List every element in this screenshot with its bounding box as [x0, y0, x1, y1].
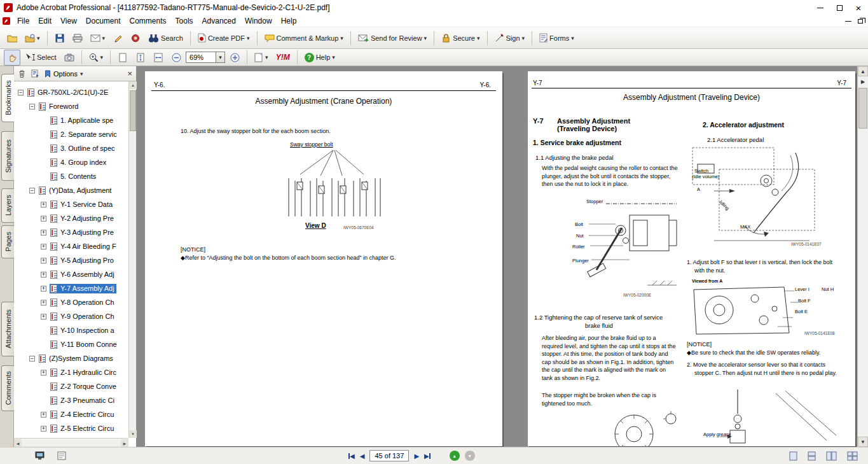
first-page-button[interactable]: ◀ — [348, 453, 355, 460]
bookmark-item[interactable]: 1. Applicable spe — [14, 113, 128, 127]
close-button[interactable]: × — [849, 0, 868, 15]
document-scrollbar[interactable]: ▲ ▶ ▼ — [857, 66, 868, 447]
menu-comments[interactable]: Comments — [125, 15, 171, 27]
collapse-icon[interactable]: − — [29, 104, 35, 109]
bookmark-item[interactable]: −(Y)Data, Adjustment — [14, 183, 128, 197]
bookmark-item[interactable]: +Y-1 Service Data — [14, 197, 128, 211]
last-page-button[interactable]: ▶ — [424, 453, 431, 460]
expand-icon[interactable]: + — [41, 412, 46, 418]
secure-button[interactable]: Secure▾ — [438, 30, 483, 46]
single-page-view-icon[interactable] — [789, 451, 797, 461]
zoom-in-button[interactable] — [226, 50, 243, 66]
comment-markup-button[interactable]: Comment & Markup▾ — [261, 30, 347, 46]
bookmark-body[interactable]: Z-1 Hydraulic Circ — [50, 368, 118, 377]
zoom-level-input[interactable]: 69% — [186, 52, 216, 63]
panel-vertical-scrollbar[interactable]: ▲ ▼ — [128, 81, 136, 438]
bookmark-body[interactable]: Z-2 Torque Conve — [50, 382, 118, 391]
menu-tools[interactable]: Tools — [171, 15, 198, 27]
bookmark-item[interactable]: +Y-6 Assembly Adj — [14, 267, 128, 281]
next-page-button[interactable]: ▶ — [414, 453, 419, 460]
bookmark-item[interactable]: Z-2 Torque Conve — [14, 379, 128, 393]
menu-file[interactable]: File — [13, 15, 34, 27]
expand-icon[interactable]: + — [41, 216, 46, 221]
bookmark-item[interactable]: +Y-5 Adjusting Pro — [14, 253, 128, 267]
hand-tool-button[interactable] — [4, 50, 20, 66]
bookmark-item[interactable]: +Y-7 Assembly Adj — [14, 281, 128, 295]
new-bookmark-icon[interactable] — [31, 69, 39, 78]
bookmark-body[interactable]: Y-9 Operation Ch — [50, 312, 116, 321]
options-menu[interactable]: Options ▾ — [45, 70, 83, 78]
bookmark-item[interactable]: 4. Group index — [14, 155, 128, 169]
yahoo-messenger-button[interactable]: Y!M — [273, 50, 293, 66]
scroll-right-icon[interactable]: ▶ — [121, 439, 128, 447]
bookmark-body[interactable]: Y-7 Assembly Adj — [50, 284, 116, 293]
scroll-left-icon[interactable]: ◀ — [14, 439, 22, 447]
expand-icon[interactable]: + — [41, 426, 46, 432]
collapse-icon[interactable]: − — [29, 188, 35, 193]
actual-size-button[interactable] — [114, 50, 131, 66]
sign-button[interactable]: Sign▾ — [492, 30, 528, 46]
expand-icon[interactable]: + — [41, 244, 46, 250]
bookmark-item[interactable]: 2. Separate servic — [14, 127, 128, 141]
doc-restore-icon[interactable] — [858, 19, 863, 24]
open-button[interactable] — [4, 30, 20, 46]
bookmark-body[interactable]: (Z)System Diagrams — [38, 354, 115, 363]
bookmark-item[interactable]: +Z-5 Electric Circu — [14, 421, 128, 435]
bookmark-item[interactable]: Z-3 Pneumatic Ci — [14, 393, 128, 407]
zoom-out-button[interactable] — [168, 50, 184, 66]
bookmark-body[interactable]: (Y)Data, Adjustment — [38, 186, 113, 195]
expand-icon[interactable]: + — [41, 258, 46, 264]
tab-signatures[interactable]: Signatures — [1, 131, 14, 181]
organizer-button[interactable]: ▾ — [22, 30, 43, 46]
bookmark-body[interactable]: Z-5 Electric Circu — [50, 424, 116, 433]
create-pdf-button[interactable]: Create PDF▾ — [195, 30, 253, 46]
bookmark-item[interactable]: Y-10 Inspection a — [14, 323, 128, 337]
help-button[interactable]: ?Help▾ — [301, 50, 338, 66]
expand-icon[interactable]: + — [41, 300, 46, 306]
menu-edit[interactable]: Edit — [34, 15, 56, 27]
bookmark-item[interactable]: −Foreword — [14, 99, 128, 113]
fit-page-button[interactable] — [132, 50, 149, 66]
bookmark-item[interactable]: −GR-750XL-2/C1(U)-2E — [14, 85, 128, 99]
expand-icon[interactable]: + — [41, 202, 46, 207]
minimize-button[interactable] — [811, 0, 830, 15]
menu-advanced[interactable]: Advanced — [198, 15, 240, 27]
bookmark-item[interactable]: −(Z)System Diagrams — [14, 351, 128, 365]
doc-scroll-thumb[interactable] — [858, 88, 867, 129]
tab-pages[interactable]: Pages — [1, 225, 14, 258]
bookmark-body[interactable]: Y-2 Adjusting Pre — [50, 214, 116, 223]
forms-button[interactable]: Forms▾ — [536, 30, 577, 46]
bookmark-item[interactable]: +Y-2 Adjusting Pre — [14, 211, 128, 225]
panel-scroll-thumb[interactable] — [130, 90, 136, 131]
print-button[interactable] — [69, 30, 86, 46]
snapshot-button[interactable] — [61, 50, 78, 66]
fit-width-button[interactable] — [150, 50, 167, 66]
bookmark-body[interactable]: Y-1 Service Data — [50, 200, 114, 209]
previous-page-button[interactable]: ◀ — [360, 453, 365, 460]
menu-window[interactable]: Window — [240, 15, 277, 27]
expand-icon[interactable]: + — [41, 230, 46, 236]
close-panel-button[interactable]: × — [127, 69, 132, 78]
bookmark-body[interactable]: Z-3 Pneumatic Ci — [50, 396, 116, 405]
bookmark-body[interactable]: 2. Separate servic — [50, 130, 119, 139]
collapse-icon[interactable]: − — [18, 90, 24, 95]
scroll-up-icon[interactable]: ▲ — [129, 81, 137, 89]
bookmark-body[interactable]: Z-4 Electric Circu — [50, 410, 116, 419]
bookmark-body[interactable]: Y-4 Air Bleeding F — [50, 242, 118, 251]
zoom-level-dropdown[interactable]: ▾ — [216, 52, 225, 63]
tab-attachments[interactable]: Attachments — [1, 302, 14, 356]
bookmark-item[interactable]: +Z-4 Electric Circu — [14, 407, 128, 421]
bookmark-body[interactable]: GR-750XL-2/C1(U)-2E — [27, 88, 110, 97]
panel-horizontal-scrollbar[interactable]: ◀ ▶ — [14, 438, 128, 447]
bookmark-item[interactable]: +Y-3 Adjusting Pre — [14, 225, 128, 239]
collapse-icon[interactable]: − — [29, 356, 35, 362]
bookmark-body[interactable]: Y-11 Boom Conne — [50, 340, 119, 349]
next-view-button[interactable]: ▼ — [465, 451, 475, 461]
save-button[interactable] — [52, 30, 68, 46]
bookmark-item[interactable]: 3. Outline of spec — [14, 141, 128, 155]
bookmark-item[interactable]: Y-11 Boom Conne — [14, 337, 128, 351]
two-up-continuous-view-icon[interactable] — [847, 451, 858, 461]
fullscreen-button[interactable] — [35, 451, 45, 461]
document-status-button[interactable] — [57, 451, 66, 461]
bookmark-body[interactable]: Y-10 Inspection a — [50, 326, 116, 335]
